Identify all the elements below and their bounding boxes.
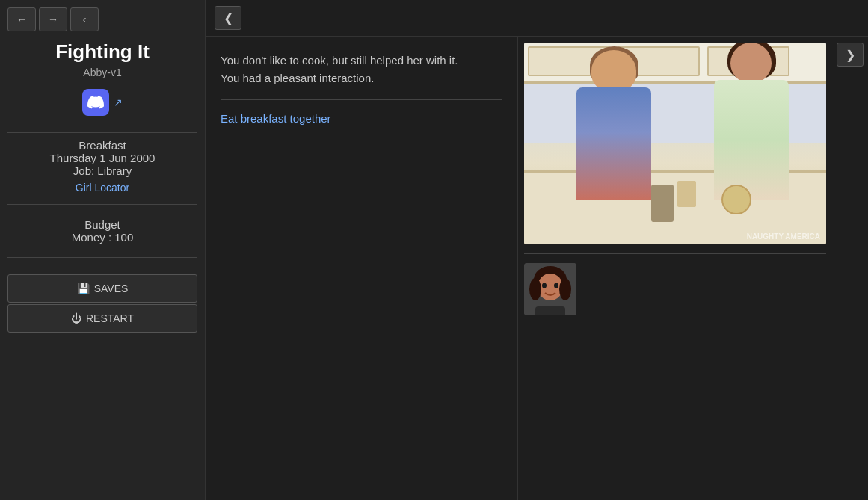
forward-button[interactable]: → [39, 7, 67, 31]
divider-3 [7, 257, 197, 258]
time-info: Breakfast Thursday 1 Jun 2000 Job: Libra… [7, 139, 197, 177]
top-nav: ❮ [206, 0, 868, 37]
time-of-day: Breakfast [7, 139, 197, 152]
character-thumbnail[interactable] [524, 263, 576, 315]
divider-2 [7, 204, 197, 205]
narration-text: You don't like to cook, but still helped… [221, 52, 502, 87]
save-icon: 💾 [77, 283, 90, 294]
sidebar: ← → ‹ Fighting It Abby-v1 ↗ Breakfast Th… [0, 0, 206, 500]
kitchen-item-2 [677, 181, 696, 207]
svg-point-4 [559, 278, 571, 300]
saves-button[interactable]: 💾 SAVES [7, 274, 197, 303]
person-female [707, 43, 796, 200]
saves-label: SAVES [94, 283, 129, 294]
discord-icon[interactable] [82, 89, 109, 116]
svg-point-6 [554, 283, 558, 288]
character-face-svg [524, 263, 576, 315]
narration-line2: You had a pleasant interaction. [221, 72, 374, 84]
narration-line1: You don't like to cook, but still helped… [221, 54, 458, 67]
forward-arrow-icon: → [48, 13, 58, 25]
game-title: Fighting It [55, 40, 150, 64]
money-value: Money : 100 [72, 231, 134, 244]
male-head [591, 50, 636, 91]
discord-row: ↗ [82, 89, 123, 116]
left-chevron-icon: ‹ [83, 13, 87, 25]
kitchen-item-1 [651, 185, 674, 222]
external-link-icon[interactable]: ↗ [114, 96, 123, 108]
right-nav: ❯ [832, 37, 868, 500]
restart-icon: ⏻ [71, 312, 81, 324]
girl-locator-link[interactable]: Girl Locator [76, 182, 129, 194]
job-label: Job: Library [7, 164, 197, 177]
text-panel: You don't like to cook, but still helped… [206, 37, 518, 500]
image-panel: NAUGHTY AMERICA [518, 37, 832, 500]
svg-point-3 [529, 278, 541, 300]
date-label: Thursday 1 Jun 2000 [7, 152, 197, 164]
female-body [714, 80, 789, 200]
choice-link[interactable]: Eat breakfast together [221, 112, 331, 125]
svg-point-5 [542, 283, 547, 288]
panel-image-divider [524, 253, 826, 254]
content-panels: You don't like to cook, but still helped… [206, 37, 868, 500]
male-body [576, 87, 651, 200]
svg-rect-7 [535, 306, 565, 315]
kitchen-scene-bg: NAUGHTY AMERICA [524, 43, 826, 244]
text-divider [221, 99, 502, 100]
prev-scene-button[interactable]: ❮ [215, 6, 241, 30]
back-arrow-icon: ← [16, 13, 27, 25]
budget-title: Budget [72, 218, 134, 231]
action-buttons: 💾 SAVES ⏻ RESTART [7, 274, 197, 333]
budget-block: Budget Money : 100 [72, 218, 134, 244]
version-label: Abby-v1 [83, 67, 121, 78]
female-head [730, 43, 772, 84]
main-content: ❮ You don't like to cook, but still help… [206, 0, 868, 500]
next-arrow-icon: ❯ [846, 48, 855, 62]
divider-1 [7, 132, 197, 133]
sidebar-nav-buttons: ← → ‹ [7, 7, 197, 31]
scene-image: NAUGHTY AMERICA [524, 43, 826, 244]
back-button[interactable]: ← [7, 7, 36, 31]
svg-point-2 [538, 274, 563, 300]
restart-button[interactable]: ⏻ RESTART [7, 304, 197, 333]
restart-label: RESTART [86, 312, 134, 324]
left-chevron-button[interactable]: ‹ [70, 7, 99, 31]
prev-arrow-icon: ❮ [224, 11, 233, 25]
next-scene-button[interactable]: ❯ [837, 43, 864, 67]
person-male [569, 50, 659, 200]
watermark: NAUGHTY AMERICA [747, 232, 820, 241]
kitchen-jar [721, 185, 751, 214]
